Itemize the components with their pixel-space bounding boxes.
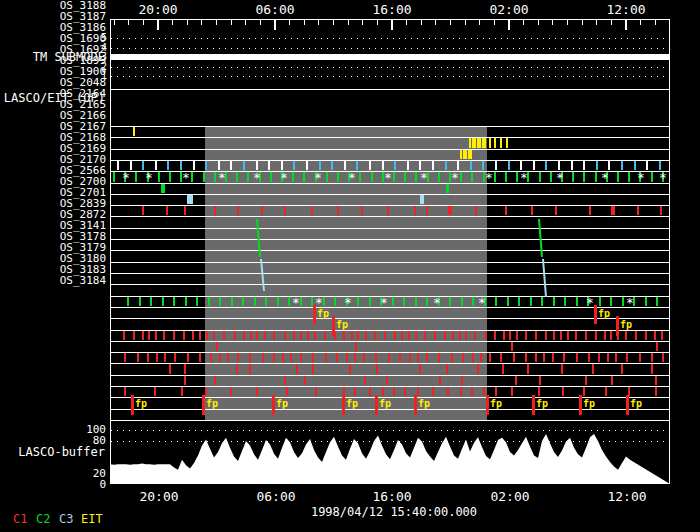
bottom-axis-label: 12:00 [597,490,657,504]
os-tick [184,376,186,385]
row-separator [110,228,670,229]
os-tick [563,353,565,362]
os-tick [408,331,410,340]
os-tick [611,376,613,385]
tm-panel-bottom [110,89,670,90]
os-tick [460,172,462,181]
os-tick [334,331,336,340]
os-tick [216,342,218,351]
os-tick [438,172,440,181]
os-tick [392,297,394,306]
asterisk-marker: * [348,173,356,183]
os-tick [346,353,348,362]
os-tick [137,353,139,362]
os-tick [203,172,205,181]
major-tick [391,19,393,30]
os-tick [477,364,479,373]
fp-marker-label: fp [583,399,595,409]
os-tick [560,331,562,340]
timestamp-label: 1998/04/12 15:40:00.000 [304,506,484,519]
tm-level-dotted-line [111,38,669,39]
minor-tick [245,19,246,25]
os-tick [485,331,487,340]
os-tick [432,161,434,170]
os-tick [183,331,185,340]
top-axis-label: 12:00 [596,3,656,17]
os-tick [304,376,306,385]
os-tick [585,376,587,385]
os-tick [300,353,302,362]
os-tick [662,353,664,362]
os-tick [572,172,574,181]
os-tick [432,387,434,396]
fp-tick [131,395,134,414]
os-tick [495,387,497,396]
minor-tick [362,19,363,25]
os-tick [407,161,409,170]
os-tick [553,297,555,306]
os-tick [518,297,520,306]
os-tick [250,331,252,340]
os-tick [484,138,486,147]
os-tick [646,161,648,170]
os-tick [495,297,497,306]
os-tick [404,172,406,181]
os-tick [516,331,518,340]
os-tick [169,364,171,373]
bottom-axis-label: 20:00 [129,490,189,504]
os-tick [273,331,275,340]
os-tick [219,353,221,362]
os-tick [127,297,129,306]
os-tick [610,297,612,306]
minor-tick [479,19,480,25]
os-tick [531,206,533,215]
os-tick [344,161,346,170]
row-separator [110,273,670,274]
os-tick [659,161,661,170]
os-tick [654,331,656,340]
os-tick [205,161,207,170]
os-tick [247,172,249,181]
fp-tick [202,395,205,414]
os-tick [610,331,612,340]
os-tick [605,387,607,396]
os-tick [314,331,316,340]
fp-tick [626,395,629,414]
os-tick [639,353,641,362]
row-separator [110,262,670,263]
os-tick [446,364,448,373]
major-tick [157,19,159,30]
minor-tick [348,19,349,25]
row-separator [110,341,670,342]
minor-tick [318,19,319,25]
os-tick [349,364,351,373]
os-tick [364,376,366,385]
os-tick [656,297,658,306]
os-tick [417,353,419,362]
os-tick [415,331,417,340]
fp-tick [486,395,489,414]
os-tick [598,353,600,362]
os-tick [503,331,505,340]
os-tick [155,161,157,170]
os-tick [511,387,513,396]
os-tick [219,297,221,306]
lasco-buffer-label: LASCO-buffer [0,445,105,459]
os-tick [164,353,166,362]
os-tick [539,376,541,385]
os-tick [585,331,587,340]
os-tick [472,297,474,306]
os-tick [621,364,623,373]
os-tick [660,206,662,215]
os-tick [184,206,186,215]
os-block [446,184,449,193]
os-tick [388,353,390,362]
minor-tick [143,19,144,25]
minor-tick [465,19,466,25]
minor-tick [582,19,583,25]
fp-marker-label: fp [336,320,348,330]
os-tick [199,331,201,340]
os-tick [296,364,298,373]
os-tick [611,206,615,215]
os-tick [571,161,573,170]
